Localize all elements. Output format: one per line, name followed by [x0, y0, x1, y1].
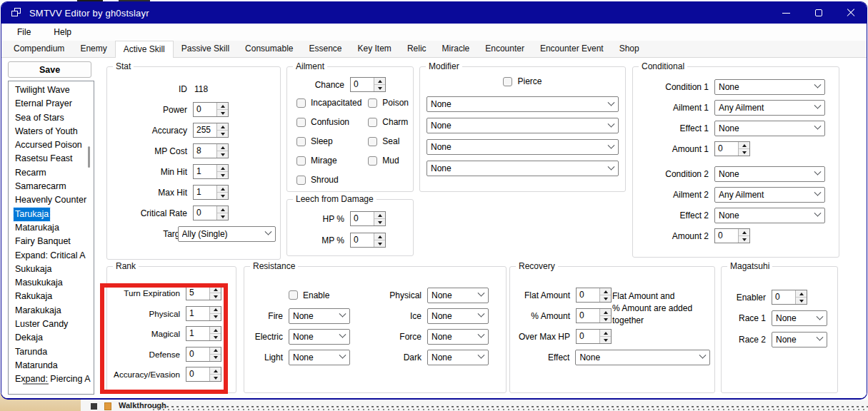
effect-select[interactable]: None — [575, 350, 710, 365]
list-item-heavenly-counter[interactable]: Heavenly Counter — [9, 193, 94, 207]
power-spin-up-button[interactable] — [217, 103, 228, 110]
amount-1-spin-down-button[interactable] — [739, 149, 749, 156]
chance-spin-down-button[interactable] — [374, 85, 385, 91]
hp-spin-up-button[interactable] — [374, 212, 385, 219]
mp-cost-spin-up-button[interactable] — [217, 144, 228, 151]
list-item-fairy-banquet[interactable]: Fairy Banquet — [9, 235, 94, 248]
mp-cost-spin-down-button[interactable] — [217, 151, 228, 158]
enabler-spin-down-button[interactable] — [796, 298, 807, 304]
amount-2-spinner[interactable]: 0 — [714, 228, 750, 243]
tab-consumable[interactable]: Consumable — [237, 41, 301, 57]
accuracy-spinner[interactable]: 255 — [193, 123, 229, 138]
amount-spin-up-button[interactable] — [600, 309, 611, 316]
tab-active-skill[interactable]: Active Skill — [115, 41, 174, 58]
list-resize-handle[interactable] — [23, 383, 49, 385]
list-item-rasetsu-feast[interactable]: Rasetsu Feast — [9, 152, 94, 166]
modifier-dropdown-2-select[interactable]: None — [426, 118, 619, 133]
modifier-dropdown-3-select[interactable]: None — [426, 139, 619, 155]
list-item-recarm[interactable]: Recarm — [9, 166, 94, 180]
list-item-matarunda[interactable]: Matarunda — [9, 359, 94, 372]
physical-spin-down-button[interactable] — [210, 314, 221, 320]
list-item-expand-piercing-a[interactable]: Expand: Piercing A — [9, 372, 94, 386]
light-select[interactable]: None — [289, 350, 350, 365]
accuracy-evasion-spinner[interactable]: 0 — [186, 367, 221, 382]
turn-expiration-spin-up-button[interactable] — [210, 286, 221, 293]
fire-select[interactable]: None — [289, 308, 350, 324]
save-button[interactable]: Save — [8, 61, 91, 78]
list-item-samarecarm[interactable]: Samarecarm — [9, 180, 94, 193]
physical-spin-up-button[interactable] — [210, 307, 221, 314]
mud-checkbox[interactable]: Mud — [368, 156, 399, 166]
tab-encounter-event[interactable]: Encounter Event — [532, 41, 612, 57]
list-scrollbar-thumb[interactable] — [88, 146, 90, 168]
ice-select[interactable]: None — [427, 308, 489, 324]
turn-expiration-spinner[interactable]: 5 — [186, 285, 221, 300]
list-item-accursed-poison[interactable]: Accursed Poison — [9, 138, 94, 152]
list-item-sukukaja[interactable]: Sukukaja — [9, 263, 94, 276]
tab-miracle[interactable]: Miracle — [434, 41, 478, 57]
mp-spinner[interactable]: 0 — [350, 233, 386, 248]
over-max-hp-spin-down-button[interactable] — [600, 337, 611, 343]
over-max-hp-spinner[interactable]: 0 — [576, 329, 612, 344]
poison-checkbox[interactable]: Poison — [368, 98, 409, 108]
race-2-select[interactable]: None — [772, 332, 827, 347]
defense-spin-up-button[interactable] — [210, 347, 221, 355]
list-item-eternal-prayer[interactable]: Eternal Prayer — [9, 97, 94, 111]
menu-item-help[interactable]: Help — [45, 25, 80, 39]
mp-cost-spinner[interactable]: 8 — [193, 143, 229, 158]
tab-compendium[interactable]: Compendium — [6, 41, 72, 57]
minimize-button[interactable] — [770, 2, 802, 24]
accuracy-evasion-spin-down-button[interactable] — [210, 375, 221, 381]
ailment-1-select[interactable]: Any Ailment — [714, 100, 825, 116]
physical-select[interactable]: None — [427, 288, 489, 303]
confusion-checkbox[interactable]: Confusion — [296, 117, 349, 127]
amount-2-spin-up-button[interactable] — [739, 229, 749, 236]
chance-spinner[interactable]: 0 — [350, 77, 386, 92]
amount-spinner[interactable]: 0 — [576, 308, 612, 323]
accuracy-spin-up-button[interactable] — [217, 123, 228, 131]
list-item-tarunda[interactable]: Tarunda — [9, 345, 94, 359]
mirage-checkbox[interactable]: Mirage — [296, 156, 337, 166]
list-item-tarukaja[interactable]: Tarukaja — [9, 208, 94, 221]
magical-spin-up-button[interactable] — [210, 327, 221, 334]
list-item-expand-critical-a[interactable]: Expand: Critical A — [9, 249, 94, 263]
close-button[interactable] — [834, 2, 867, 24]
over-max-hp-spin-up-button[interactable] — [600, 330, 611, 337]
amount-2-spin-down-button[interactable] — [739, 236, 749, 243]
tab-shop[interactable]: Shop — [612, 41, 647, 57]
list-item-luster-candy[interactable]: Luster Candy — [9, 318, 94, 331]
menu-item-file[interactable]: File — [9, 25, 39, 39]
tab-essence[interactable]: Essence — [301, 41, 349, 57]
list-item-sea-of-stars[interactable]: Sea of Stars — [9, 111, 94, 125]
critical-rate-spin-up-button[interactable] — [217, 206, 228, 213]
enable-checkbox[interactable]: Enable — [289, 290, 329, 300]
list-item-marakukaja[interactable]: Marakukaja — [9, 304, 94, 318]
modifier-dropdown-1-select[interactable]: None — [426, 96, 619, 112]
flat-amount-spin-down-button[interactable] — [600, 295, 611, 302]
magical-spin-down-button[interactable] — [210, 334, 221, 340]
tab-relic[interactable]: Relic — [399, 41, 434, 57]
amount-1-spin-up-button[interactable] — [739, 142, 749, 149]
modifier-dropdown-4-select[interactable]: None — [426, 161, 619, 176]
enabler-spin-up-button[interactable] — [796, 290, 807, 298]
max-hit-spinner[interactable]: 1 — [193, 185, 229, 200]
effect-2-select[interactable]: None — [714, 208, 825, 223]
max-hit-spin-up-button[interactable] — [217, 186, 228, 193]
critical-rate-spin-down-button[interactable] — [217, 213, 228, 220]
physical-spinner[interactable]: 1 — [186, 306, 221, 321]
dark-select[interactable]: None — [427, 350, 489, 365]
flat-amount-spin-up-button[interactable] — [600, 288, 611, 295]
min-hit-spinner[interactable]: 1 — [193, 164, 229, 179]
amount-1-spinner[interactable]: 0 — [714, 141, 750, 156]
incapacitated-checkbox[interactable]: Incapacitated — [296, 98, 361, 108]
max-hit-spin-down-button[interactable] — [217, 193, 228, 199]
mp-spin-up-button[interactable] — [374, 233, 385, 240]
magical-spinner[interactable]: 1 — [186, 326, 221, 341]
list-item-waters-of-youth[interactable]: Waters of Youth — [9, 125, 94, 138]
target-select[interactable]: Ally (Single) — [178, 226, 276, 242]
enabler-spinner[interactable]: 0 — [772, 290, 807, 305]
hp-spin-down-button[interactable] — [374, 219, 385, 225]
tab-enemy[interactable]: Enemy — [72, 41, 114, 57]
effect-1-select[interactable]: None — [714, 121, 825, 136]
condition-1-select[interactable]: None — [714, 79, 825, 95]
